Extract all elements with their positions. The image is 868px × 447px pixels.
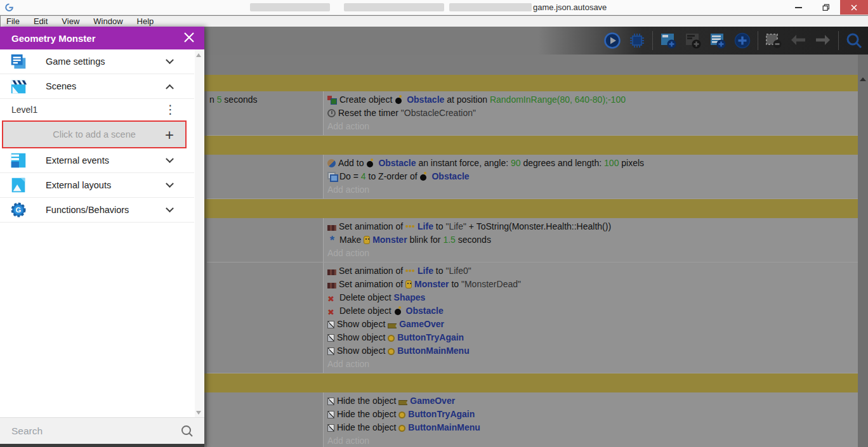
action-line[interactable]: Set animation of Life to "Life0" [327,264,858,278]
monster-icon [405,280,412,288]
sidebar-item-game-settings[interactable]: Game settings [0,49,194,74]
search-events-icon [845,32,863,49]
search-events-button[interactable] [845,31,864,50]
external-layouts-icon [9,176,28,195]
action-line[interactable]: Delete object Obstacle [327,304,858,318]
toolbar-separator [838,31,839,50]
event-group-header[interactable] [204,199,858,218]
action-line[interactable]: Add to Obstacle an instant force, angle:… [327,157,858,170]
action-line[interactable]: Do = 4 to Z-order of Obstacle [327,170,858,183]
add-action-link[interactable]: Add action [327,358,858,371]
visibility-icon [327,347,334,355]
undo-button[interactable] [789,31,808,50]
string-text: "Life" [445,221,466,231]
conditions-cell[interactable] [207,262,324,373]
plain-text: degrees and length: [521,158,605,168]
condition-line[interactable]: n 5 seconds [209,93,322,107]
event-group-header[interactable] [204,373,858,392]
menu-item-help[interactable]: Help [130,16,161,26]
conditions-cell[interactable] [207,218,324,262]
debug-button[interactable] [628,31,647,50]
sidebar-item-functions-behaviors[interactable]: G Functions/Behaviors [0,198,194,223]
conditions-cell[interactable] [207,155,324,198]
string-text: "MonsterDead" [461,279,521,289]
conditions-cell[interactable] [207,392,324,447]
object-name: Obstacle [407,94,444,105]
toolbar-separator [652,31,653,50]
action-line[interactable]: Reset the timer "ObstacleCreation" [327,107,858,120]
add-action-link[interactable]: Add action [327,434,858,447]
delete-event-button[interactable] [764,31,783,50]
action-line[interactable]: Set animation of Life to "Life" + ToStri… [327,220,858,233]
add-comment-button[interactable] [708,31,727,50]
add-event-icon [659,32,677,49]
add-sub-event-button[interactable] [683,31,702,50]
scene-options-icon[interactable]: ⋮ [164,107,176,113]
object-name: Obstacle [378,158,416,168]
debug-icon [628,32,646,49]
plain-text: Delete object [339,292,394,302]
object-name: ButtonTryAgain [408,409,475,419]
menu-item-edit[interactable]: Edit [27,16,55,26]
add-new-button[interactable] [733,31,752,50]
action-line[interactable]: Create object Obstacle at position Rando… [327,93,858,107]
sidebar-item-external-events[interactable]: External events [0,148,194,173]
obstacle-icon [366,159,376,167]
object-name: GameOver [410,396,455,406]
delete-icon [327,306,337,314]
action-line[interactable]: Hide the object ButtonMainMenu [327,421,858,434]
plain-text: Show object [337,319,388,329]
search-input[interactable] [11,425,180,437]
action-line[interactable]: Show object GameOver [327,318,858,331]
event-group-header[interactable] [204,136,858,155]
add-event-button[interactable] [659,31,678,50]
sidebar-item-label: Scenes [46,81,167,91]
redo-button[interactable] [813,31,832,50]
obstacle-icon [394,306,404,315]
action-line[interactable]: Show object ButtonTryAgain [327,331,858,344]
minimize-button[interactable] [784,0,812,15]
action-line[interactable]: Delete object Shapes [327,291,858,304]
action-line[interactable]: Hide the object GameOver [327,394,858,408]
close-drawer-icon[interactable] [183,31,195,44]
project-manager-items: Game settings Scenes Level1 ⋮ Click to a… [0,49,194,223]
menu-item-file[interactable]: File [1,16,27,26]
add-action-link[interactable]: Add action [327,247,858,260]
action-line[interactable]: Set animation of Monster to "MonsterDead… [327,278,858,291]
sidebar-item-label: External events [46,155,167,165]
add-scene-button[interactable]: Click to add a scene + [2,120,187,148]
delete-icon [327,292,337,301]
close-window-button[interactable] [840,0,868,15]
sidebar-item-external-layouts[interactable]: External layouts [0,173,194,198]
search-icon [180,424,194,438]
action-line[interactable]: Make Monster blink for 1.5 seconds [327,233,858,247]
drawer-scrollbar[interactable] [195,49,203,417]
drawer-bottom-strip [0,444,204,447]
menu-item-view[interactable]: View [55,16,86,26]
action-line[interactable]: Hide the object ButtonTryAgain [327,408,858,421]
play-button[interactable] [603,31,622,50]
window-title: game.json.autosave [533,3,607,12]
object-name: Obstacle [406,306,444,316]
add-action-link[interactable]: Add action [327,183,858,197]
add-new-icon [733,32,751,49]
project-manager-header: Geometry Monster [0,27,204,49]
scene-item-level1[interactable]: Level1 ⋮ [0,99,194,120]
event-group-header[interactable] [204,75,858,91]
set-animation-icon [327,269,336,275]
conditions-cell[interactable]: n 5 seconds [207,91,324,135]
add-action-link[interactable]: Add action [327,120,858,133]
life-icon [405,222,415,231]
action-line[interactable]: Show object ButtonMainMenu [327,344,858,358]
restore-button[interactable] [812,0,840,15]
blink-icon [327,235,337,243]
add-force-icon [327,159,336,167]
menu-item-window[interactable]: Window [86,16,129,26]
events-sheet: n 5 secondsCreate object Obstacle at pos… [204,55,858,447]
scroll-down-icon [196,411,201,415]
svg-text:G: G [16,206,22,214]
string-text: "ObstacleCreation" [401,108,476,118]
sidebar-item-scenes[interactable]: Scenes [0,74,194,99]
undo-icon [789,32,807,49]
events-scrollbar[interactable] [858,55,868,447]
